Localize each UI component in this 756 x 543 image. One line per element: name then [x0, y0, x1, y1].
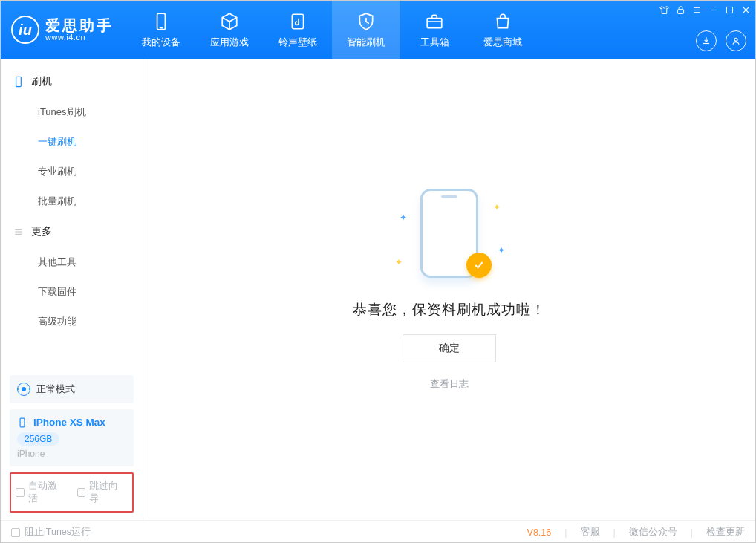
close-button[interactable]: [741, 5, 751, 15]
separator: |: [691, 527, 693, 538]
app-body: 刷机 iTunes刷机 一键刷机 专业刷机 批量刷机 更多 其他工具 下载固件 …: [1, 59, 755, 520]
device-icon: [151, 11, 172, 32]
music-icon: [287, 11, 308, 32]
separator: |: [613, 527, 616, 538]
sidebar-group-label: 更多: [31, 225, 52, 238]
statusbar: 阻止iTunes运行 V8.16 | 客服 | 微信公众号 | 检查更新: [1, 520, 755, 543]
maximize-button[interactable]: [725, 5, 734, 15]
version-label: V8.16: [527, 527, 552, 538]
checkbox-icon: [77, 488, 86, 497]
sidebar-item-itunes-flash[interactable]: iTunes刷机: [1, 97, 143, 127]
success-message: 恭喜您，保资料刷机成功啦！: [353, 300, 546, 319]
sparkle-icon: ✦: [498, 245, 505, 256]
sidebar-item-pro-flash[interactable]: 专业刷机: [1, 157, 143, 186]
success-illustration: ✦ ✦ ✦ ✦: [394, 189, 505, 285]
lock-icon[interactable]: [676, 5, 685, 15]
device-panel: 正常模式 iPhone XS Max 256GB iPhone 自动激活: [1, 375, 143, 520]
toolbox-icon: [424, 11, 445, 32]
device-name: iPhone XS Max: [33, 417, 105, 428]
brand-text: 爱思助手 www.i4.cn: [45, 18, 114, 42]
phone-icon: [13, 76, 25, 88]
device-type: iPhone: [17, 449, 126, 459]
shield-icon: [356, 11, 377, 32]
nav-label: 智能刷机: [347, 36, 385, 49]
nav-label: 应用游戏: [210, 36, 249, 49]
sidebar-group-label: 刷机: [31, 75, 52, 88]
support-link[interactable]: 客服: [581, 526, 600, 539]
brand-url: www.i4.cn: [45, 33, 114, 42]
device-mode-label: 正常模式: [36, 383, 75, 396]
checkbox-label: 自动激活: [28, 480, 67, 505]
checkbox-block-itunes[interactable]: 阻止iTunes运行: [11, 526, 91, 539]
nav-ringtones-wallpapers[interactable]: 铃声壁纸: [264, 1, 332, 59]
minimize-button[interactable]: [708, 5, 718, 15]
nav-label: 铃声壁纸: [278, 36, 317, 49]
checkbox-icon: [11, 528, 20, 537]
device-info[interactable]: iPhone XS Max 256GB iPhone: [10, 409, 134, 466]
view-log-link[interactable]: 查看日志: [430, 377, 469, 391]
store-icon: [492, 11, 513, 32]
nav-label: 爱思商城: [483, 36, 522, 49]
nav-smart-flash[interactable]: 智能刷机: [332, 1, 400, 59]
sidebar: 刷机 iTunes刷机 一键刷机 专业刷机 批量刷机 更多 其他工具 下载固件 …: [1, 59, 143, 520]
check-badge-icon: [466, 253, 492, 278]
cube-icon: [219, 11, 240, 32]
nav-apps-games[interactable]: 应用游戏: [195, 1, 264, 59]
nav-label: 工具箱: [420, 36, 449, 49]
mode-icon: [17, 383, 30, 396]
download-button[interactable]: [696, 30, 717, 51]
tshirt-icon[interactable]: [659, 5, 669, 15]
header-right: [696, 30, 746, 51]
sidebar-group-more[interactable]: 更多: [1, 216, 143, 247]
nav-label: 我的设备: [142, 36, 180, 49]
nav-store[interactable]: 爱思商城: [469, 1, 537, 59]
checkbox-icon: [16, 488, 25, 497]
top-nav: 我的设备 应用游戏 铃声壁纸 智能刷机 工具箱: [127, 1, 537, 59]
statusbar-right: V8.16 | 客服 | 微信公众号 | 检查更新: [527, 526, 745, 539]
sidebar-item-other-tools[interactable]: 其他工具: [1, 247, 143, 277]
separator: |: [564, 527, 567, 538]
brand-logo-icon: iu: [11, 16, 39, 44]
sparkle-icon: ✦: [493, 202, 501, 212]
options-box: 自动激活 跳过向导: [10, 472, 134, 513]
svg-rect-13: [16, 77, 22, 86]
svg-rect-2: [292, 14, 303, 29]
svg-rect-0: [157, 13, 166, 30]
device-mode[interactable]: 正常模式: [10, 375, 134, 403]
brand: iu 爱思助手 www.i4.cn: [1, 1, 127, 59]
svg-rect-3: [427, 18, 442, 27]
sidebar-group-flash[interactable]: 刷机: [1, 66, 143, 97]
svg-rect-4: [677, 10, 683, 14]
sparkle-icon: ✦: [395, 257, 403, 267]
device-capacity: 256GB: [17, 432, 59, 446]
brand-title: 爱思助手: [45, 18, 114, 33]
ok-button[interactable]: 确定: [403, 334, 496, 362]
wechat-link[interactable]: 微信公众号: [629, 526, 677, 539]
check-update-link[interactable]: 检查更新: [706, 526, 745, 539]
nav-my-device[interactable]: 我的设备: [127, 1, 195, 59]
checkbox-auto-activate[interactable]: 自动激活: [16, 480, 67, 505]
sidebar-item-oneclick-flash[interactable]: 一键刷机: [1, 127, 143, 157]
sidebar-item-batch-flash[interactable]: 批量刷机: [1, 186, 143, 216]
svg-rect-9: [726, 7, 732, 13]
app-header: iu 爱思助手 www.i4.cn 我的设备 应用游戏 铃声壁纸: [1, 1, 755, 59]
titlebar-controls: [659, 5, 751, 15]
checkbox-label: 跳过向导: [89, 480, 128, 505]
checkbox-label: 阻止iTunes运行: [25, 526, 91, 539]
svg-point-12: [734, 38, 737, 41]
main-content: ✦ ✦ ✦ ✦ 恭喜您，保资料刷机成功啦！ 确定 查看日志: [143, 59, 755, 520]
sidebar-item-download-firmware[interactable]: 下载固件: [1, 277, 143, 307]
user-button[interactable]: [726, 30, 746, 51]
sparkle-icon: ✦: [400, 212, 407, 223]
menu-icon[interactable]: [692, 5, 702, 15]
nav-toolbox[interactable]: 工具箱: [400, 1, 469, 59]
svg-rect-17: [20, 418, 25, 427]
checkbox-skip-guide[interactable]: 跳过向导: [77, 480, 128, 505]
more-icon: [13, 226, 25, 238]
sidebar-item-advanced[interactable]: 高级功能: [1, 307, 143, 336]
device-phone-icon: [17, 417, 27, 428]
